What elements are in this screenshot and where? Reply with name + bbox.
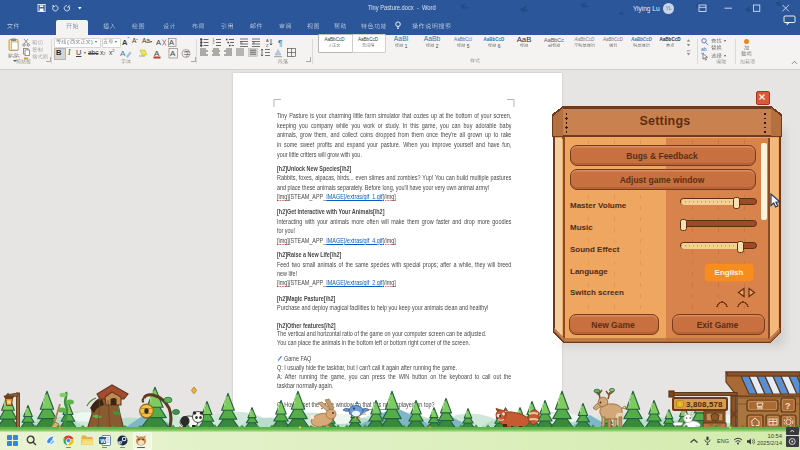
svg-text:A: A [154,48,160,57]
svg-text:A: A [156,38,161,47]
svg-text:2: 2 [213,41,215,45]
svg-text:A: A [170,48,176,57]
svg-text:?: ? [785,401,791,411]
svg-text:¶: ¶ [278,38,283,47]
svg-text:A: A [120,48,126,57]
svg-text:字: 字 [184,49,190,56]
svg-text:W: W [100,438,106,444]
svg-text:3,808,578: 3,808,578 [686,400,723,409]
svg-text:A: A [169,38,174,47]
svg-text:ab: ab [701,45,707,51]
svg-text:Z: Z [266,42,269,47]
